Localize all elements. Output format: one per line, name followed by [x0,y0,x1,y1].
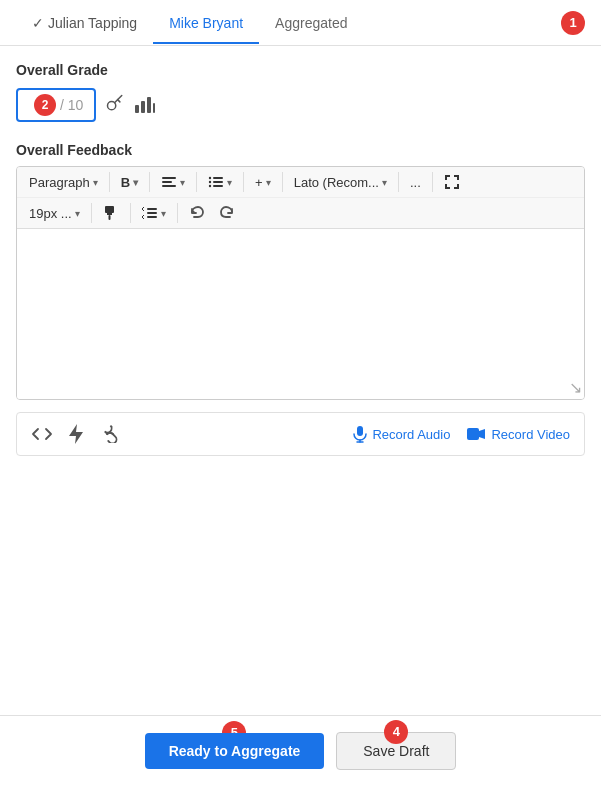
svg-rect-5 [162,177,176,179]
svg-point-13 [209,185,211,187]
svg-rect-16 [108,215,110,220]
line-height-dropdown[interactable]: ▾ [136,202,172,224]
bold-button[interactable]: B ▾ [115,172,144,193]
svg-rect-2 [141,101,145,113]
microphone-icon [353,425,367,443]
divider-7 [432,172,433,192]
svg-rect-7 [162,185,176,187]
align-icon [161,174,177,190]
ready-to-aggregate-button[interactable]: Ready to Aggregate [145,733,325,769]
lightning-icon[interactable] [67,423,85,445]
undo-button[interactable] [183,202,211,224]
redo-button[interactable] [213,202,241,224]
record-video-button[interactable]: Record Video [466,427,570,442]
aggregate-button-wrap: 5 Ready to Aggregate [145,733,325,769]
svg-point-11 [209,177,211,179]
font-arrow: ▾ [382,177,387,188]
svg-rect-17 [147,208,157,210]
more-label: ... [410,175,421,190]
divider-10 [177,203,178,223]
paragraph-label: Paragraph [29,175,90,190]
svg-rect-9 [213,181,223,183]
toolbar-row-1: Paragraph ▾ B ▾ ▾ [17,167,584,198]
grade-badge: 2 [34,94,56,116]
record-video-label: Record Video [491,427,570,442]
editor-toolbar: Paragraph ▾ B ▾ ▾ [17,167,584,229]
undo-icon [189,205,205,221]
line-height-icon [142,205,158,221]
link-icon[interactable] [99,425,121,443]
align-dropdown[interactable]: ▾ [155,171,191,193]
feedback-text-area[interactable]: ↘ [17,229,584,399]
divider-5 [282,172,283,192]
font-size-arrow: ▾ [75,208,80,219]
svg-rect-10 [213,185,223,187]
divider-4 [243,172,244,192]
svg-rect-24 [467,428,479,440]
resize-handle[interactable]: ↘ [569,378,582,397]
format-paint-icon [103,205,119,221]
font-size-dropdown[interactable]: 19px ... ▾ [23,203,86,224]
svg-rect-8 [213,177,223,179]
record-audio-button[interactable]: Record Audio [353,425,450,443]
media-actions-right: Record Audio Record Video [353,425,570,443]
grade-row: 2 / 10 [16,88,585,122]
list-dropdown[interactable]: ▾ [202,171,238,193]
footer-bar: 5 Ready to Aggregate 4 Save Draft [0,715,601,785]
bold-arrow: ▾ [133,177,138,188]
media-toolbar: Record Audio Record Video [16,412,585,456]
embed-icon[interactable] [31,425,53,443]
svg-marker-20 [69,424,83,444]
svg-point-12 [209,181,211,183]
save-draft-button-wrap: 4 Save Draft [336,732,456,770]
tab-aggregated[interactable]: Aggregated [259,3,363,43]
overall-grade-label: Overall Grade [16,62,585,78]
svg-rect-19 [147,216,157,218]
tab-badge-1: 1 [561,11,585,35]
tabs-bar: Julian Tapping Mike Bryant Aggregated 1 [0,0,601,46]
feedback-editor: Paragraph ▾ B ▾ ▾ [16,166,585,400]
svg-rect-3 [147,97,151,113]
align-arrow: ▾ [180,177,185,188]
divider-1 [109,172,110,192]
divider-6 [398,172,399,192]
list-icon [208,174,224,190]
svg-marker-25 [479,429,485,439]
grade-input-wrapper: 2 / 10 [16,88,96,122]
main-content: Overall Grade 2 / 10 Overall Feedback [0,46,601,456]
insert-dropdown[interactable]: + ▾ [249,172,277,193]
font-dropdown[interactable]: Lato (Recom... ▾ [288,172,393,193]
bar-chart-icon[interactable] [134,95,156,116]
expand-icon [444,174,460,190]
svg-rect-21 [357,426,363,436]
divider-8 [91,203,92,223]
svg-rect-18 [147,212,157,214]
divider-2 [149,172,150,192]
divider-3 [196,172,197,192]
font-size-label: 19px ... [29,206,72,221]
paragraph-dropdown[interactable]: Paragraph ▾ [23,172,104,193]
save-badge: 4 [384,720,408,744]
svg-rect-15 [107,213,112,215]
more-options-button[interactable]: ... [404,172,427,193]
svg-rect-1 [135,105,139,113]
tab-julian-tapping[interactable]: Julian Tapping [16,3,153,43]
tab-julian-tapping-label: Julian Tapping [48,15,137,31]
overall-feedback-label: Overall Feedback [16,142,585,158]
grade-slash: / 10 [60,97,83,113]
tab-aggregated-label: Aggregated [275,15,347,31]
tab-mike-bryant-label: Mike Bryant [169,15,243,31]
key-icon[interactable] [106,94,124,117]
svg-rect-6 [162,181,172,183]
record-audio-label: Record Audio [372,427,450,442]
svg-rect-4 [153,103,155,113]
list-arrow: ▾ [227,177,232,188]
format-paint-button[interactable] [97,202,125,224]
expand-button[interactable] [438,171,466,193]
toolbar-row-2: 19px ... ▾ [17,198,584,228]
line-height-arrow: ▾ [161,208,166,219]
paragraph-arrow: ▾ [93,177,98,188]
svg-rect-14 [105,206,114,213]
insert-plus: + [255,175,263,190]
tab-mike-bryant[interactable]: Mike Bryant [153,3,259,43]
